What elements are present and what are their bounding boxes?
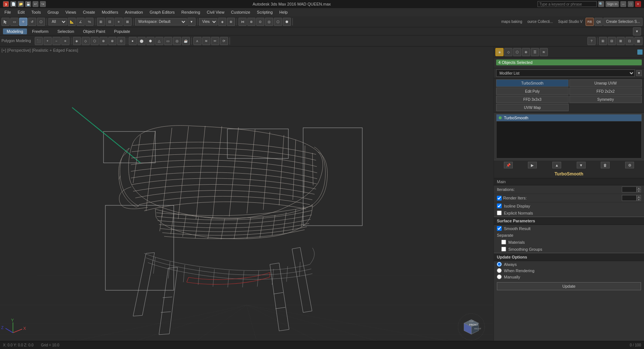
menu-help[interactable]: Help — [277, 9, 291, 15]
navigation-cube[interactable]: FRONT RIGHT TOP — [457, 312, 486, 342]
stack-item-turbosmoooth[interactable]: TurboSmooth — [496, 114, 641, 122]
pm-btn8[interactable]: ⊕ — [99, 37, 108, 45]
menu-rendering[interactable]: Rendering — [179, 9, 203, 15]
tab-more-btn[interactable]: ▼ — [633, 27, 641, 35]
pm-cone-btn[interactable]: △ — [155, 37, 163, 45]
tab-freeform[interactable]: Freeform — [28, 28, 52, 34]
panel-obj-icon6[interactable]: ≋ — [540, 48, 548, 56]
angle-snap-btn[interactable]: ∠ — [77, 18, 85, 26]
search-input[interactable] — [538, 1, 597, 7]
panel-obj-icon4[interactable]: ⊕ — [522, 48, 530, 56]
pm-btn7[interactable]: ⬡ — [91, 37, 99, 45]
pm-btn2[interactable]: + — [44, 37, 52, 45]
reference-coord-dropdown[interactable]: AllLocalWorld — [48, 18, 67, 25]
iterations-up-btn[interactable]: ▲ — [637, 187, 641, 189]
align2-btn[interactable]: ≡ — [115, 18, 123, 26]
menu-group[interactable]: Group — [44, 9, 62, 15]
app-icon[interactable]: 3 — [3, 1, 9, 7]
pm-extra-btn5[interactable]: ▦ — [634, 37, 643, 45]
panel-obj-icon3[interactable]: ⬡ — [513, 48, 521, 56]
percent-snap-btn[interactable]: % — [85, 18, 94, 26]
pm-cyl-btn[interactable]: ⬤ — [138, 37, 146, 45]
update-button[interactable]: Update — [497, 282, 641, 290]
when-rendering-radio[interactable] — [497, 268, 502, 273]
workspace-dropdown[interactable]: Workspace: Default — [135, 18, 187, 25]
select-move-btn[interactable]: ✛ — [19, 18, 27, 26]
menu-edit[interactable]: Edit — [15, 9, 28, 15]
pm-extra-btn2[interactable]: ⊟ — [608, 37, 616, 45]
pm-btn4[interactable]: ≡ — [61, 37, 70, 45]
workspace-settings-btn[interactable]: ▼ — [187, 18, 196, 26]
create-selection-btn[interactable]: Create Selection S... — [603, 18, 643, 26]
tool-b[interactable]: ⊗ — [247, 18, 255, 26]
pm-btn9[interactable]: ⊗ — [108, 37, 116, 45]
stack-delete-btn[interactable]: 🗑 — [601, 162, 610, 168]
tool-f[interactable]: ⬢ — [283, 18, 291, 26]
pm-cloth-btn[interactable]: ≋ — [202, 37, 210, 45]
render-iters-checkbox[interactable] — [497, 196, 502, 201]
pm-hair-btn[interactable]: ⋏ — [193, 37, 201, 45]
tool-c[interactable]: ⊙ — [256, 18, 264, 26]
menu-tools[interactable]: Tools — [28, 9, 44, 15]
tool-e[interactable]: ⬡ — [274, 18, 282, 26]
stack-pin-btn[interactable]: 📌 — [504, 162, 513, 168]
modifier-list-arrow[interactable]: ▼ — [636, 70, 642, 76]
maximize-btn[interactable]: □ — [628, 1, 634, 7]
always-radio[interactable] — [497, 262, 502, 267]
manually-radio[interactable] — [497, 274, 502, 279]
main-viewport[interactable]: [+] [Perspective] [Realistic + Edged Fac… — [0, 47, 494, 349]
uvw-map-btn[interactable]: UVW Map — [496, 104, 569, 111]
menu-civil-view[interactable]: Civil View — [204, 9, 227, 15]
symmetry-btn[interactable]: Symmetry — [569, 96, 642, 103]
menu-views[interactable]: Views — [62, 9, 79, 15]
menu-create[interactable]: Create — [80, 9, 98, 15]
edit-poly-btn[interactable]: Edit Poly — [496, 88, 569, 95]
pm-plane-btn[interactable]: ▭ — [164, 37, 172, 45]
materials-checkbox[interactable] — [501, 240, 506, 244]
menu-scripting[interactable]: Scripting — [254, 9, 276, 15]
render-iters-input[interactable]: 0 — [622, 195, 637, 201]
render-iters-up-btn[interactable]: ▲ — [637, 195, 641, 198]
isoline-checkbox[interactable] — [497, 203, 502, 208]
pm-extra-btn1[interactable]: ⊞ — [599, 37, 607, 45]
tab-populate[interactable]: Populate — [110, 28, 133, 34]
pm-btn5[interactable]: ◈ — [73, 37, 81, 45]
pm-btn1[interactable]: ⬛ — [35, 37, 43, 45]
tool-d[interactable]: ◎ — [265, 18, 273, 26]
pm-btn6[interactable]: ◇ — [82, 37, 90, 45]
minimize-btn[interactable]: ─ — [620, 1, 626, 7]
menu-animation[interactable]: Animation — [122, 9, 146, 15]
panel-obj-icon5[interactable]: ☰ — [531, 48, 539, 56]
select-region-btn[interactable]: ▭ — [10, 18, 18, 26]
select-obj-btn[interactable] — [1, 18, 10, 26]
stack-settings-btn[interactable]: ⚙ — [625, 162, 634, 168]
pm-btn10[interactable]: ⊙ — [117, 37, 125, 45]
iterations-input[interactable]: 1 — [622, 187, 637, 192]
iterations-down-btn[interactable]: ▼ — [637, 189, 641, 192]
tab-modeling[interactable]: Modeling — [3, 28, 27, 34]
tab-object-paint[interactable]: Object Paint — [79, 28, 109, 34]
mirror-btn[interactable]: ⊞ — [97, 18, 105, 26]
pm-extra-btn4[interactable]: ⊡ — [626, 37, 634, 45]
menu-file[interactable]: File — [1, 9, 14, 15]
menu-graph-editors[interactable]: Graph Editors — [147, 9, 178, 15]
stack-down-btn[interactable]: ▼ — [577, 162, 586, 168]
smoothing-groups-checkbox[interactable] — [501, 247, 506, 252]
q6-btn[interactable]: Q6 — [594, 18, 603, 26]
render-iters-down-btn[interactable]: ▼ — [637, 198, 641, 201]
pm-paint-btn[interactable]: ✏ — [211, 37, 219, 45]
align3-btn[interactable]: ⊠ — [123, 18, 132, 26]
view-btn3[interactable]: ⊕ — [227, 18, 235, 26]
pm-relax-btn[interactable]: ⟳ — [220, 37, 228, 45]
turbosmoooth-btn[interactable]: TurboSmooth — [496, 79, 569, 87]
tab-selection[interactable]: Selection — [54, 28, 78, 34]
save-icon[interactable]: 💾 — [25, 1, 31, 7]
open-file-icon[interactable]: 📁 — [18, 1, 24, 7]
view-btn2[interactable]: ◈ — [218, 18, 226, 26]
pm-sphere-btn[interactable]: ● — [129, 37, 137, 45]
pm-torus-btn[interactable]: ◎ — [173, 37, 181, 45]
modifier-list-dropdown[interactable]: Modifier List — [496, 69, 635, 77]
view-dropdown[interactable]: View — [199, 18, 217, 25]
pm-box-btn[interactable]: ⬢ — [146, 37, 155, 45]
close-btn[interactable]: ✕ — [635, 1, 641, 7]
